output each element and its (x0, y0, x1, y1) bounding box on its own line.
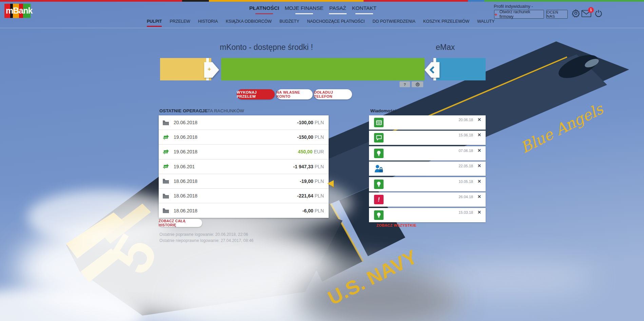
profile-selector[interactable]: Profil indywidualny - (494, 4, 533, 9)
subnav-pulpit[interactable]: PULPIT (147, 19, 162, 27)
message-row[interactable]: ! 26.04.18 ✕ (369, 192, 486, 207)
top-stripe-red (0, 0, 182, 2)
side-account-card[interactable] (433, 58, 486, 80)
last-failed-login-info: Ostatnie niepoprawne logowanie: 27.04.20… (159, 238, 254, 243)
operation-row[interactable]: 19.06.2018 -150,00PLN (159, 130, 329, 145)
close-icon[interactable]: ✕ (477, 194, 481, 199)
operation-row[interactable]: 18.06.2018 -6,00PLN (159, 203, 329, 218)
card-settings-button[interactable] (412, 81, 423, 87)
rate-us-button[interactable]: OCEŃ NAS (546, 10, 568, 19)
operation-amount: -221,64PLN (297, 193, 324, 199)
message-row[interactable]: 15.06.18 ✕ (369, 131, 486, 145)
lightbulb-icon (374, 180, 384, 189)
subnav-do-potwierdzenia[interactable]: DO POTWIERDZENIA (372, 19, 415, 27)
message-row[interactable]: 15.03.18 ✕ (369, 208, 486, 222)
recent-operations-panel: 20.06.2018 -100,00PLN 19.06.2018 -150,00… (159, 115, 329, 218)
message-date: 22.05.18 (458, 164, 473, 168)
close-icon[interactable]: ✕ (477, 117, 481, 122)
nav-kontakt[interactable]: KONTAKT (352, 5, 376, 14)
operation-date: 19.06.201 (174, 164, 195, 169)
subnav-ksiazka-odbiorcow[interactable]: KSIĄŻKA ODBIORCÓW (226, 19, 272, 27)
operation-amount: -19,00PLN (300, 178, 324, 184)
own-account-transfer-button[interactable]: NA WŁASNE KONTO (276, 89, 313, 99)
operation-date: 19.06.2018 (174, 149, 197, 154)
subnav-divider (0, 28, 644, 28)
mbank-logo[interactable]: mBank (4, 4, 31, 18)
nav-underline (329, 13, 347, 14)
close-icon[interactable]: ✕ (477, 148, 481, 153)
operation-row[interactable]: 19.06.2018 450,00EUR (159, 145, 329, 159)
card-help-button[interactable]: ? (399, 81, 410, 87)
yellow-bookmark-arrow[interactable] (327, 180, 334, 188)
message-row[interactable]: 20.06.18 ✕ (369, 115, 486, 130)
open-business-account-label: Otwórz rachunek firmowy (500, 10, 544, 19)
add-product-plus-icon: + (208, 66, 211, 73)
subnav-waluty[interactable]: WALUTY (477, 19, 495, 27)
operation-date: 20.06.2018 (174, 120, 197, 125)
see-all-messages-link[interactable]: ZOBACZ WSZYSTKIE (376, 223, 416, 227)
carousel-next-arrow[interactable]: + (204, 62, 219, 78)
top-stripe-black (182, 0, 209, 2)
message-date: 07.06.18 (458, 149, 473, 153)
operation-amount: -150,00PLN (297, 134, 324, 140)
subnav-budzety[interactable]: BUDŻETY (279, 19, 299, 27)
operation-date: 19.06.2018 (174, 134, 197, 140)
carousel-prev-arrow[interactable] (425, 62, 440, 78)
main-account-title: mKonto - dostępne środki ! (220, 43, 313, 52)
top-stripe-green (484, 0, 644, 2)
nav-underline (355, 13, 373, 14)
make-transfer-button[interactable]: WYKONAJ PRZELEW (237, 89, 275, 99)
small-gear-icon (415, 82, 420, 87)
message-date: 20.06.18 (458, 118, 473, 122)
see-full-history-button[interactable]: ZOBACZ CAŁĄ HISTORIĘ (159, 219, 202, 227)
operation-date: 18.06.2018 (174, 193, 197, 199)
nav-pasaz[interactable]: PASAŻ (329, 5, 347, 14)
subnav-przelew[interactable]: PRZELEW (170, 19, 190, 27)
folder-icon (162, 120, 169, 126)
close-icon[interactable]: ✕ (477, 132, 481, 137)
lightbulb-icon (374, 149, 384, 158)
message-date: 26.04.18 (458, 195, 473, 199)
message-date: 10.05.18 (458, 180, 473, 184)
settings-gear-icon[interactable] (571, 9, 580, 19)
operation-amount: 450,00EUR (298, 149, 324, 154)
message-row[interactable]: 07.06.18 ✕ (369, 146, 486, 160)
nav-active-underline (255, 13, 273, 14)
folder-icon (162, 193, 169, 199)
operation-amount: -100,00PLN (297, 120, 324, 125)
folder-icon (162, 208, 169, 213)
close-icon[interactable]: ✕ (477, 163, 481, 168)
nav-platnosci[interactable]: PŁATNOŚCI (249, 5, 279, 14)
subnav-historia[interactable]: HISTORIA (198, 19, 218, 27)
arrow-shape (204, 62, 219, 78)
message-date: 15.06.18 (458, 133, 473, 137)
phone-topup-button[interactable]: DOŁADUJ TELEFON (314, 89, 352, 99)
open-business-account-button[interactable]: + Otwórz rachunek firmowy (494, 10, 544, 19)
nav-moje-finanse-label: MOJE FINANSE (285, 5, 324, 11)
operation-row[interactable]: 20.06.2018 -100,00PLN (159, 115, 329, 130)
operation-row[interactable]: 18.06.2018 -221,64PLN (159, 189, 329, 203)
side-account-title: eMax (436, 43, 455, 52)
subnav-koszyk-przelewow[interactable]: KOSZYK PRZELEWÓW (423, 19, 469, 27)
tab-account-list[interactable]: LISTA RACHUNKÓW (201, 108, 244, 113)
main-nav: PŁATNOŚCI MOJE FINANSE PASAŻ KONTAKT (249, 5, 376, 14)
message-row[interactable]: 10.05.18 ✕ (369, 177, 486, 191)
messages-title: Wiadomości (370, 108, 396, 113)
main-account-balance-card[interactable] (221, 58, 425, 80)
logout-power-icon[interactable] (594, 9, 603, 19)
close-icon[interactable]: ✕ (477, 210, 481, 215)
tab-recent-operations[interactable]: OSTATNIE OPERACJE (159, 108, 208, 113)
operation-row[interactable]: 18.06.2018 -19,00PLN (159, 174, 329, 189)
message-row[interactable]: 22.05.18 ✕ (369, 162, 486, 176)
folder-icon (162, 178, 169, 184)
nav-moje-finanse[interactable]: MOJE FINANSE (285, 5, 324, 14)
operation-row[interactable]: 19.06.201 -1 947,33PLN (159, 159, 329, 174)
new-product-card[interactable] (160, 58, 211, 80)
chat-bubble-icon (374, 133, 384, 143)
lightbulb-icon (374, 210, 384, 220)
close-icon[interactable]: ✕ (477, 179, 481, 184)
unread-mail-badge: 1 (588, 7, 594, 13)
subnav-nadchodzace-platnosci[interactable]: NADCHODZĄCE PŁATNOŚCI (307, 19, 365, 27)
nav-platnosci-label: PŁATNOŚCI (249, 5, 279, 11)
operation-date: 18.06.2018 (174, 178, 197, 184)
